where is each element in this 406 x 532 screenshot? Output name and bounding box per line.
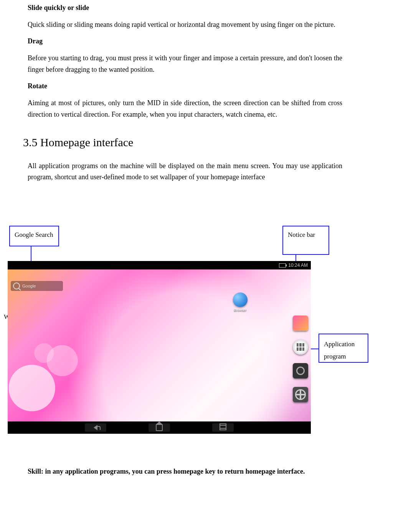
slide-heading: Slide quickly or slide <box>28 2 342 14</box>
callout-notice-bar-label: Notice bar <box>288 231 315 238</box>
globe-icon <box>233 292 248 307</box>
document-page: Slide quickly or slide Quick sliding or … <box>0 0 406 532</box>
status-time: 10:24 AM <box>288 263 308 268</box>
settings-icon[interactable] <box>293 387 308 402</box>
back-button[interactable] <box>85 423 106 432</box>
slide-body: Quick sliding or sliding means doing rap… <box>28 19 342 31</box>
gallery-icon[interactable] <box>293 316 308 331</box>
skill-note-container: Skill: in any application programs, you … <box>28 464 342 483</box>
wallpaper-area[interactable]: Google Browser <box>8 269 311 421</box>
text-content: Slide quickly or slide Quick sliding or … <box>28 0 342 188</box>
navigation-bar <box>8 421 311 434</box>
camera-icon[interactable] <box>293 363 308 378</box>
home-button[interactable] <box>149 423 170 432</box>
callout-application-program: Application program <box>319 334 368 363</box>
apps-drawer-icon[interactable] <box>293 339 308 355</box>
browser-app-icon[interactable]: Browser <box>230 292 250 312</box>
callout-google-search-label: Google Search <box>15 231 53 238</box>
homepage-intro: All application programs on the machine … <box>28 160 342 183</box>
apps-grid-icon <box>297 343 304 351</box>
callout-notice-bar: Notice bar <box>282 226 329 255</box>
callout-google-search: Google Search <box>9 226 59 246</box>
drag-body: Before you starting to drag, you must pr… <box>28 53 342 75</box>
homepage-screenshot: 10:24 AM Google Browser <box>8 261 311 434</box>
search-icon <box>13 283 20 289</box>
rotate-heading: Rotate <box>28 81 342 92</box>
recent-icon <box>220 425 226 430</box>
skill-note: Skill: in any application programs, you … <box>28 466 342 477</box>
status-bar[interactable]: 10:24 AM <box>8 261 311 269</box>
back-icon <box>94 425 97 430</box>
battery-icon <box>279 263 286 268</box>
rotate-body: Aiming at most of pictures, only turn th… <box>28 97 342 120</box>
drag-heading: Drag <box>28 36 342 47</box>
home-icon <box>156 424 163 431</box>
lens-icon <box>296 367 305 375</box>
browser-label: Browser <box>234 308 246 312</box>
gear-icon <box>295 389 306 400</box>
homepage-heading: 3.5 Homepage interface <box>23 136 342 149</box>
right-dock <box>292 316 309 402</box>
google-search-widget[interactable]: Google <box>11 281 63 291</box>
google-search-label: Google <box>22 284 36 288</box>
callout-application-program-label: Application program <box>324 340 355 360</box>
recent-button[interactable] <box>212 423 234 432</box>
